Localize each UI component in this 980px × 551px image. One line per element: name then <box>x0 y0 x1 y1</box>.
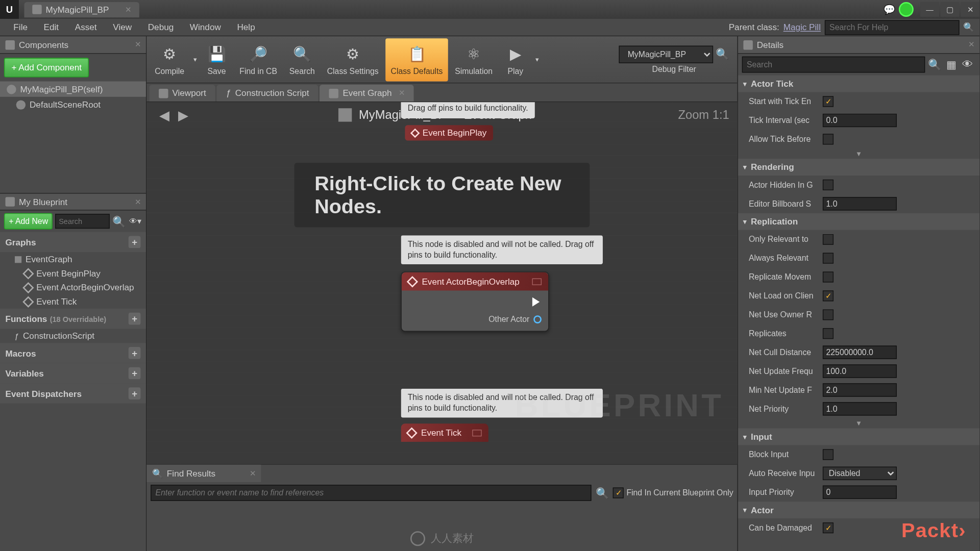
add-variable-button[interactable]: + <box>129 367 141 380</box>
add-new-button[interactable]: + Add New <box>4 213 53 230</box>
close-icon[interactable]: ✕ <box>968 40 974 49</box>
component-root[interactable]: MyMagicPill_BP(self) <box>0 81 146 96</box>
save-button[interactable]: 💾Save <box>201 38 233 81</box>
net-cull-distance-input[interactable] <box>823 345 897 359</box>
simulation-button[interactable]: ⚛Simulation <box>450 38 498 81</box>
net-load-checkbox[interactable]: ✓ <box>823 290 834 301</box>
cat-actor[interactable]: Actor <box>738 502 979 518</box>
find-in-cb-button[interactable]: 🔎Find in CB <box>234 38 283 81</box>
allow-tick-before-checkbox[interactable] <box>823 134 834 144</box>
components-tab[interactable]: Components✕ <box>0 36 146 54</box>
search-icon[interactable]: 🔍 <box>925 58 944 71</box>
net-update-freq-input[interactable] <box>823 364 897 378</box>
always-relevant-checkbox[interactable] <box>823 253 834 264</box>
functions-header[interactable]: Functions(18 Overridable)+ <box>0 309 146 329</box>
actor-hidden-checkbox[interactable] <box>823 180 834 190</box>
details-tab[interactable]: Details✕ <box>738 36 979 54</box>
menu-asset[interactable]: Asset <box>67 19 105 35</box>
search-icon[interactable]: 🔍 <box>596 487 609 499</box>
menu-window[interactable]: Window <box>182 19 229 35</box>
cat-rendering[interactable]: Rendering <box>738 159 979 176</box>
graph-canvas[interactable]: Drag off pins to build functionality. ◀ … <box>146 102 737 464</box>
net-priority-input[interactable] <box>823 402 897 415</box>
close-icon[interactable]: ✕ <box>125 5 131 14</box>
replicate-movement-checkbox[interactable] <box>823 271 834 282</box>
nav-back-button[interactable]: ◀ <box>155 106 174 124</box>
tick-interval-input[interactable] <box>823 114 897 127</box>
function-constructionscript[interactable]: ƒConstructionScript <box>0 329 146 343</box>
menu-help[interactable]: Help <box>229 19 263 35</box>
node-actorbeginoverlap[interactable]: Event ActorBeginOverlap Other Actor <box>401 271 549 331</box>
close-button[interactable]: ✕ <box>961 2 979 17</box>
menu-edit[interactable]: Edit <box>36 19 67 35</box>
find-in-current-checkbox[interactable]: ✓Find In Current Blueprint Only <box>613 488 733 498</box>
auto-receive-input-select[interactable]: Disabled <box>823 467 897 480</box>
dispatchers-header[interactable]: Event Dispatchers+ <box>0 383 146 404</box>
compile-dropdown[interactable]: ▾ <box>191 56 199 63</box>
title-tab[interactable]: MyMagicPill_BP✕ <box>24 2 139 17</box>
cat-actor-tick[interactable]: Actor Tick <box>738 76 979 92</box>
menu-debug[interactable]: Debug <box>140 19 182 35</box>
search-icon[interactable]: 🔍 <box>716 48 729 61</box>
eye-icon[interactable]: 👁▾ <box>129 214 142 228</box>
add-graph-button[interactable]: + <box>129 236 141 248</box>
replicates-checkbox[interactable] <box>823 328 834 339</box>
node-tick-header[interactable]: Event Tick <box>401 423 488 442</box>
nav-forward-button[interactable]: ▶ <box>174 106 192 124</box>
class-defaults-button[interactable]: 📋Class Defaults <box>385 38 448 81</box>
start-tick-checkbox[interactable]: ✓ <box>823 96 834 107</box>
my-blueprint-tab[interactable]: My Blueprint✕ <box>0 193 146 210</box>
close-icon[interactable]: ✕ <box>135 197 141 206</box>
blueprint-search-input[interactable] <box>56 214 110 229</box>
node-toggle-icon[interactable] <box>472 430 481 436</box>
cat-replication[interactable]: Replication <box>738 213 979 230</box>
node-beginplay-header[interactable]: Event BeginPlay <box>405 125 493 140</box>
minimize-button[interactable]: — <box>920 2 939 17</box>
node-toggle-icon[interactable] <box>532 278 542 285</box>
search-icon[interactable]: 🔍 <box>963 22 974 32</box>
chat-icon[interactable]: 💬 <box>884 4 895 15</box>
search-icon[interactable]: 🔍 <box>112 215 126 228</box>
tab-viewport[interactable]: Viewport <box>150 85 216 102</box>
search-button[interactable]: 🔍Search <box>284 38 320 81</box>
component-scene-root[interactable]: DefaultSceneRoot <box>0 97 146 112</box>
close-icon[interactable]: ✕ <box>399 89 405 97</box>
menu-file[interactable]: File <box>6 19 36 35</box>
add-dispatcher-button[interactable]: + <box>129 387 141 399</box>
exec-pin-out[interactable] <box>408 297 542 307</box>
add-component-button[interactable]: + Add Component <box>4 58 89 77</box>
graph-event-tick[interactable]: Event Tick <box>0 294 146 309</box>
macros-header[interactable]: Macros+ <box>0 343 146 363</box>
maximize-button[interactable]: ▢ <box>941 2 960 17</box>
eye-icon[interactable]: 👁 <box>959 59 975 71</box>
min-net-update-input[interactable] <box>823 383 897 396</box>
close-icon[interactable]: ✕ <box>250 469 256 478</box>
billboard-scale-input[interactable] <box>823 197 897 210</box>
menu-view[interactable]: View <box>105 19 139 35</box>
add-function-button[interactable]: + <box>129 313 141 325</box>
details-search-input[interactable] <box>742 57 925 73</box>
grid-view-icon[interactable]: ▦ <box>944 58 959 71</box>
graph-eventgraph[interactable]: EventGraph <box>0 252 146 266</box>
add-macro-button[interactable]: + <box>129 347 141 359</box>
expand-arrow[interactable]: ▼ <box>738 148 979 159</box>
pin-other-actor[interactable]: Other Actor <box>408 315 542 324</box>
parent-class-link[interactable]: Magic Pill <box>783 22 821 32</box>
tab-event-graph[interactable]: Event Graph✕ <box>320 85 414 102</box>
variables-header[interactable]: Variables+ <box>0 363 146 384</box>
graphs-header[interactable]: Graphs+ <box>0 232 146 253</box>
class-settings-button[interactable]: ⚙Class Settings <box>322 38 384 81</box>
graph-event-beginplay[interactable]: Event BeginPlay <box>0 266 146 281</box>
debug-filter-select[interactable]: MyMagicPill_BP <box>619 45 714 63</box>
can-be-damaged-checkbox[interactable]: ✓ <box>823 522 834 533</box>
tab-construction-script[interactable]: ƒConstruction Script <box>217 85 318 102</box>
help-search-input[interactable] <box>825 20 960 35</box>
cat-input[interactable]: Input <box>738 429 979 445</box>
input-priority-input[interactable] <box>823 486 897 499</box>
find-input[interactable] <box>151 485 592 501</box>
play-dropdown[interactable]: ▾ <box>533 56 541 63</box>
source-control-icon[interactable] <box>899 2 914 17</box>
net-use-owner-checkbox[interactable] <box>823 309 834 320</box>
graph-event-actorbeginoverlap[interactable]: Event ActorBeginOverlap <box>0 281 146 295</box>
close-icon[interactable]: ✕ <box>135 40 141 49</box>
